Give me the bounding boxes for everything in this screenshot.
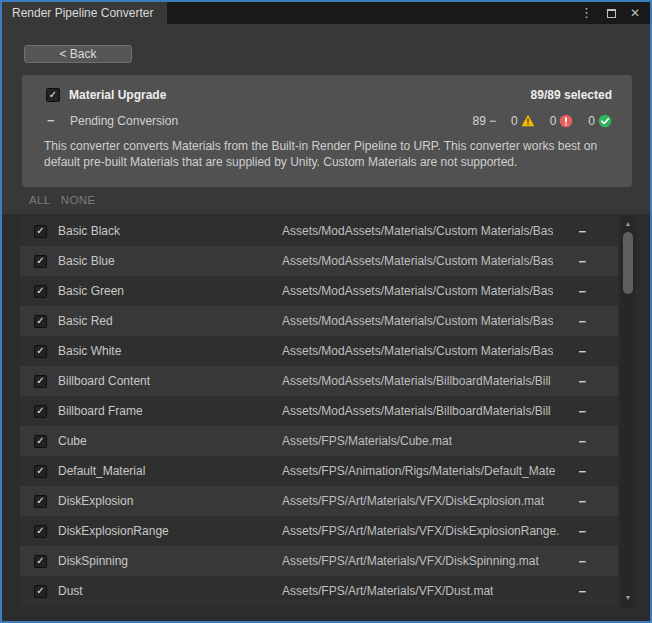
material-row[interactable]: ✓ Billboard Frame Assets/ModAssets/Mater… xyxy=(20,396,618,426)
check-icon: ✓ xyxy=(36,315,44,327)
row-status-icon: − xyxy=(578,404,586,419)
check-icon: ✓ xyxy=(36,375,44,387)
row-checkbox[interactable]: ✓ xyxy=(34,255,47,268)
back-button[interactable]: < Back xyxy=(24,45,132,63)
material-name: DiskSpinning xyxy=(58,554,264,568)
material-row[interactable]: ✓ Basic Black Assets/ModAssets/Materials… xyxy=(20,216,618,246)
pending-conversion-label: Pending Conversion xyxy=(70,114,178,128)
close-icon[interactable]: ✕ xyxy=(630,2,640,24)
row-checkbox[interactable]: ✓ xyxy=(34,465,47,478)
status-counts: 89 − 0 0 xyxy=(458,114,612,128)
row-checkbox[interactable]: ✓ xyxy=(34,495,47,508)
converter-status-row: − Pending Conversion 89 − 0 0 xyxy=(47,113,612,128)
check-icon: ✓ xyxy=(36,555,44,567)
pending-count: 89 − xyxy=(473,114,496,128)
tab-render-pipeline-converter[interactable]: Render Pipeline Converter xyxy=(2,2,167,24)
more-options-icon[interactable]: ⋮ xyxy=(580,2,593,24)
row-status-icon: − xyxy=(578,254,586,269)
row-status-icon: − xyxy=(578,224,586,239)
maximize-icon[interactable] xyxy=(607,9,616,18)
success-count: 0 xyxy=(588,114,612,128)
scroll-down-icon[interactable]: ▼ xyxy=(620,592,636,604)
material-row[interactable]: ✓ Basic White Assets/ModAssets/Materials… xyxy=(20,336,618,366)
material-row[interactable]: ✓ DiskExplosion Assets/FPS/Art/Materials… xyxy=(20,486,618,516)
row-checkbox[interactable]: ✓ xyxy=(34,225,47,238)
check-icon: ✓ xyxy=(36,435,44,447)
window-controls: ⋮ ✕ xyxy=(580,2,640,24)
row-checkbox[interactable]: ✓ xyxy=(34,285,47,298)
check-icon: ✓ xyxy=(36,225,44,237)
select-all-button[interactable]: ALL xyxy=(29,194,51,206)
material-path: Assets/FPS/Materials/Cube.mat xyxy=(282,434,452,448)
material-name: DiskExplosionRange xyxy=(58,524,264,538)
row-checkbox[interactable]: ✓ xyxy=(34,345,47,358)
check-icon: ✓ xyxy=(36,255,44,267)
row-status-icon: − xyxy=(578,284,586,299)
scrollbar[interactable]: ▲ ▼ xyxy=(620,216,636,608)
row-status-icon: − xyxy=(578,344,586,359)
success-icon xyxy=(598,114,612,128)
material-row[interactable]: ✓ Default_Material Assets/FPS/Animation/… xyxy=(20,456,618,486)
material-name: Basic White xyxy=(58,344,264,358)
material-path: Assets/FPS/Art/Materials/VFX/DiskSpinnin… xyxy=(282,554,539,568)
material-row[interactable]: ✓ Dust Assets/FPS/Art/Materials/VFX/Dust… xyxy=(20,576,618,606)
material-name: Dust xyxy=(58,584,264,598)
row-status-icon: − xyxy=(578,584,586,599)
row-status-icon: − xyxy=(578,554,586,569)
material-path: Assets/ModAssets/Materials/Custom Materi… xyxy=(282,284,553,298)
material-path: Assets/FPS/Art/Materials/VFX/DiskExplosi… xyxy=(282,524,559,538)
converter-checkbox[interactable]: ✓ xyxy=(46,88,60,102)
selection-bar: ALL NONE xyxy=(29,194,96,206)
material-path: Assets/ModAssets/Materials/BillboardMate… xyxy=(282,404,551,418)
scroll-up-icon[interactable]: ▲ xyxy=(620,218,636,230)
row-checkbox[interactable]: ✓ xyxy=(34,405,47,418)
select-none-button[interactable]: NONE xyxy=(61,194,96,206)
material-row[interactable]: ✓ DiskSpinning Assets/FPS/Art/Materials/… xyxy=(20,546,618,576)
material-name: Cube xyxy=(58,434,264,448)
material-list: ✓ Basic Black Assets/ModAssets/Materials… xyxy=(20,216,618,606)
row-checkbox[interactable]: ✓ xyxy=(34,315,47,328)
material-row[interactable]: ✓ Basic Green Assets/ModAssets/Materials… xyxy=(20,276,618,306)
title-bar: Render Pipeline Converter ⋮ ✕ xyxy=(2,2,650,24)
check-icon: ✓ xyxy=(36,285,44,297)
material-row[interactable]: ✓ Cube Assets/FPS/Materials/Cube.mat − xyxy=(20,426,618,456)
material-row[interactable]: ✓ Basic Red Assets/ModAssets/Materials/C… xyxy=(20,306,618,336)
row-status-icon: − xyxy=(578,434,586,449)
material-row[interactable]: ✓ Billboard Content Assets/ModAssets/Mat… xyxy=(20,366,618,396)
check-icon: ✓ xyxy=(36,525,44,537)
window-title: Render Pipeline Converter xyxy=(12,6,153,20)
scrollbar-thumb[interactable] xyxy=(623,232,633,294)
error-icon xyxy=(559,114,573,128)
row-checkbox[interactable]: ✓ xyxy=(34,585,47,598)
material-name: Billboard Frame xyxy=(58,404,264,418)
row-status-icon: − xyxy=(578,374,586,389)
material-name: Basic Black xyxy=(58,224,264,238)
material-row[interactable]: ✓ DiskExplosionRange Assets/FPS/Art/Mate… xyxy=(20,516,618,546)
material-path: Assets/ModAssets/Materials/BillboardMate… xyxy=(282,374,551,388)
converter-title: Material Upgrade xyxy=(69,88,166,102)
check-icon: ✓ xyxy=(49,89,57,101)
material-path: Assets/ModAssets/Materials/Custom Materi… xyxy=(282,314,553,328)
material-name: Basic Blue xyxy=(58,254,264,268)
warning-icon xyxy=(521,114,535,127)
check-icon: ✓ xyxy=(36,345,44,357)
material-row[interactable]: ✓ Basic Blue Assets/ModAssets/Materials/… xyxy=(20,246,618,276)
converter-description: This converter converts Materials from t… xyxy=(44,138,614,170)
material-name: DiskExplosion xyxy=(58,494,264,508)
row-checkbox[interactable]: ✓ xyxy=(34,435,47,448)
check-icon: ✓ xyxy=(36,585,44,597)
check-icon: ✓ xyxy=(36,465,44,477)
material-path: Assets/FPS/Animation/Rigs/Materials/Defa… xyxy=(282,464,555,478)
material-name: Default_Material xyxy=(58,464,264,478)
row-checkbox[interactable]: ✓ xyxy=(34,375,47,388)
pending-status-icon: − xyxy=(47,113,61,128)
converter-panel: ✓ Material Upgrade 89/89 selected − Pend… xyxy=(22,75,632,187)
material-path: Assets/FPS/Art/Materials/VFX/DiskExplosi… xyxy=(282,494,544,508)
check-icon: ✓ xyxy=(36,405,44,417)
row-checkbox[interactable]: ✓ xyxy=(34,525,47,538)
material-path: Assets/FPS/Art/Materials/VFX/Dust.mat xyxy=(282,584,493,598)
row-checkbox[interactable]: ✓ xyxy=(34,555,47,568)
material-list-area: ✓ Basic Black Assets/ModAssets/Materials… xyxy=(2,214,650,621)
row-status-icon: − xyxy=(578,524,586,539)
check-icon: ✓ xyxy=(36,495,44,507)
